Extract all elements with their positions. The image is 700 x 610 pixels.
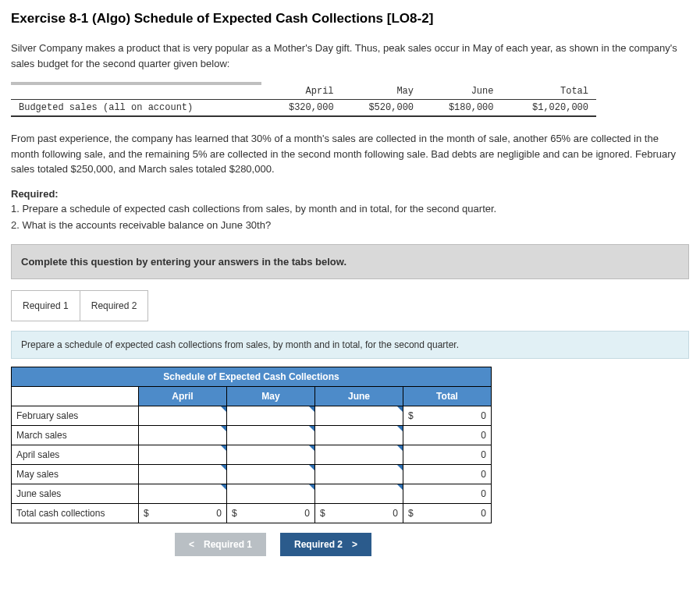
input-jun-may[interactable] [227, 484, 315, 503]
input-jun-apr[interactable] [139, 484, 227, 503]
sched-col-april: April [139, 386, 227, 406]
budget-row-label: Budgeted sales (all on account) [11, 100, 261, 117]
budget-col-april: April [261, 83, 341, 100]
intro-paragraph-2: From past experience, the company has le… [11, 131, 689, 177]
row-may-sales: May sales [12, 464, 139, 484]
input-apr-apr[interactable] [139, 445, 227, 464]
input-may-apr[interactable] [139, 464, 227, 484]
row-jun-sales: June sales [12, 484, 139, 503]
row-apr-sales: April sales [12, 445, 139, 464]
total-col-apr: $0 [139, 503, 227, 523]
input-mar-apr[interactable] [139, 425, 227, 445]
schedule-title: Schedule of Expected Cash Collections [12, 367, 492, 386]
prev-button[interactable]: < Required 1 [175, 533, 266, 556]
input-apr-may[interactable] [227, 445, 315, 464]
total-feb: $0 [403, 406, 492, 425]
budget-col-june: June [421, 83, 501, 100]
input-mar-jun[interactable] [315, 425, 403, 445]
sched-col-may: May [227, 386, 315, 406]
budget-table: April May June Total Budgeted sales (all… [11, 82, 596, 117]
budget-col-may: May [342, 83, 421, 100]
requirement-2: 2. What is the accounts receivable balan… [11, 218, 689, 233]
next-button[interactable]: Required 2 > [280, 533, 371, 556]
sched-col-total: Total [403, 386, 492, 406]
budget-val-total: $1,020,000 [501, 100, 596, 117]
tab-required-2[interactable]: Required 2 [80, 290, 149, 321]
total-apr: 0 [403, 445, 492, 464]
input-feb-jun[interactable] [315, 406, 403, 425]
input-may-jun[interactable] [315, 464, 403, 484]
budget-val-june: $180,000 [421, 100, 501, 117]
total-jun: 0 [403, 484, 492, 503]
sched-col-june: June [315, 386, 403, 406]
budget-val-april: $320,000 [261, 100, 341, 117]
input-may-may[interactable] [227, 464, 315, 484]
row-mar-sales: March sales [12, 425, 139, 445]
total-col-may: $0 [227, 503, 315, 523]
budget-col-total: Total [501, 83, 596, 100]
total-col-jun: $0 [315, 503, 403, 523]
exercise-title: Exercise 8-1 (Algo) Schedule of Expected… [11, 11, 689, 27]
tab-required-1[interactable]: Required 1 [11, 290, 80, 321]
input-feb-apr[interactable] [139, 406, 227, 425]
total-grand: $0 [403, 503, 492, 523]
intro-paragraph-1: Silver Company makes a product that is v… [11, 41, 689, 71]
row-total-cash: Total cash collections [12, 503, 139, 523]
required-label: Required: [11, 188, 689, 200]
instruction-bar: Complete this question by entering your … [11, 244, 689, 279]
total-mar: 0 [403, 425, 492, 445]
requirement-1: 1. Prepare a schedule of expected cash c… [11, 201, 689, 217]
input-apr-jun[interactable] [315, 445, 403, 464]
total-may: 0 [403, 464, 492, 484]
input-feb-may[interactable] [227, 406, 315, 425]
input-mar-may[interactable] [227, 425, 315, 445]
schedule-table: Schedule of Expected Cash Collections Ap… [11, 367, 492, 523]
tab-instruction: Prepare a schedule of expected cash coll… [11, 331, 689, 359]
budget-val-may: $520,000 [342, 100, 421, 117]
input-jun-jun[interactable] [315, 484, 403, 503]
row-feb-sales: February sales [12, 406, 139, 425]
